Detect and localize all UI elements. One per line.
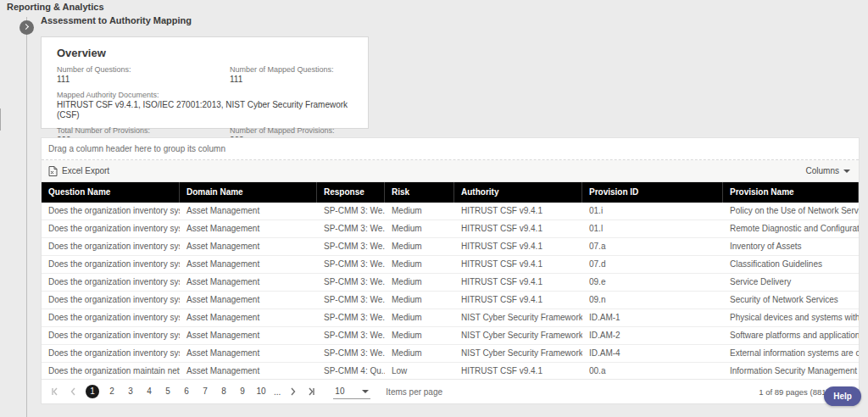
table-cell: Does the organization inventory system .…: [42, 292, 180, 309]
page-number-6[interactable]: 6: [181, 385, 192, 398]
table-cell: NIST Cyber Security Framework (CSF): [454, 327, 582, 344]
last-page-icon: [308, 387, 316, 396]
first-page-button[interactable]: [48, 386, 60, 398]
prev-page-icon: [70, 387, 76, 396]
left-edge-tick: [0, 108, 1, 131]
overview-field-label: Number of Questions:: [57, 65, 230, 75]
page-number-5[interactable]: 5: [162, 385, 174, 398]
table-cell: Asset Management: [180, 327, 317, 344]
columns-menu-button[interactable]: Columns: [806, 166, 850, 175]
table-cell: Does the organization inventory system .…: [42, 309, 180, 326]
table-cell: Does the organization inventory system .…: [42, 203, 180, 220]
table-row[interactable]: Does the organization inventory system .…: [42, 309, 859, 327]
table-cell: Asset Management: [180, 309, 317, 326]
column-header-domain-name[interactable]: Domain Name: [180, 182, 317, 203]
table-cell: Asset Management: [180, 256, 317, 273]
overview-card: Overview Number of Questions:111Number o…: [41, 36, 369, 129]
table-cell: Asset Management: [180, 345, 317, 362]
table-cell: Medium: [385, 274, 454, 291]
table-cell: HITRUST CSF v9.4.1: [454, 363, 582, 380]
table-cell: Does the organization maintain network .…: [42, 363, 180, 380]
prev-page-button[interactable]: [67, 386, 79, 398]
page-number-4[interactable]: 4: [143, 385, 155, 398]
column-header-provision-name[interactable]: Provision Name: [723, 182, 859, 203]
report-title: Assessment to Authority Mapping: [41, 15, 192, 25]
table-row[interactable]: Does the organization inventory system .…: [42, 203, 859, 220]
table-row[interactable]: Does the organization inventory system .…: [42, 292, 859, 309]
table-row[interactable]: Does the organization inventory system .…: [42, 256, 859, 274]
table-row[interactable]: Does the organization maintain network .…: [42, 363, 859, 381]
overview-field-value: 111: [230, 75, 353, 85]
table-cell: Information Security Management Progr...: [723, 363, 859, 380]
chevron-right-icon: [23, 24, 29, 30]
table-cell: HITRUST CSF v9.4.1: [454, 203, 582, 220]
table-cell: Physical devices and systems within the …: [723, 309, 859, 326]
excel-export-label: Excel Export: [62, 166, 109, 175]
table-cell: NIST Cyber Security Framework (CSF): [454, 345, 582, 362]
table-cell: SP-CMM 4: Qu...: [317, 363, 385, 380]
table-cell: SP-CMM 3: We...: [317, 220, 385, 237]
column-header-authority[interactable]: Authority: [454, 182, 582, 203]
table-cell: Does the organization inventory system .…: [42, 345, 180, 362]
table-cell: ID.AM-1: [582, 309, 723, 326]
table-cell: SP-CMM 3: We...: [317, 238, 385, 255]
overview-field-2: Mapped Authority Documents:HITRUST CSF v…: [57, 91, 353, 120]
page-number-2[interactable]: 2: [106, 385, 118, 398]
table-cell: Medium: [385, 238, 454, 255]
table-cell: Medium: [385, 220, 454, 237]
table-cell: Does the organization inventory system .…: [42, 220, 180, 237]
help-button[interactable]: Help: [824, 386, 861, 406]
page-number-3[interactable]: 3: [125, 385, 136, 398]
table-cell: HITRUST CSF v9.4.1: [454, 292, 582, 309]
table-cell: 07.d: [582, 256, 723, 273]
table-cell: SP-CMM 3: We...: [317, 203, 385, 220]
timeline-line: [26, 17, 27, 417]
page-number-7[interactable]: 7: [199, 385, 211, 398]
page-number-8[interactable]: 8: [218, 385, 230, 398]
table-row[interactable]: Does the organization inventory system .…: [42, 345, 859, 363]
table-row[interactable]: Does the organization inventory system .…: [42, 274, 859, 292]
page-number-10[interactable]: 10: [255, 385, 267, 398]
pager-controls: 12345678910 ... 10 Items per page: [48, 384, 442, 399]
table-cell: 01.l: [582, 220, 723, 237]
table-cell: Asset Management: [180, 363, 317, 380]
excel-export-button[interactable]: Excel Export: [48, 166, 109, 176]
table-row[interactable]: Does the organization inventory system .…: [42, 327, 859, 345]
overview-field-label: Total Number of Provisions:: [57, 126, 230, 136]
table-cell: Medium: [385, 345, 454, 362]
table-cell: HITRUST CSF v9.4.1: [454, 256, 582, 273]
overview-field-value: 111: [57, 75, 230, 85]
overview-field-value: HITRUST CSF v9.4.1, ISO/IEC 27001:2013, …: [57, 100, 353, 120]
page-number-9[interactable]: 9: [236, 385, 248, 398]
overview-title: Overview: [57, 47, 353, 59]
expand-step-button[interactable]: [19, 20, 34, 35]
table-cell: NIST Cyber Security Framework (CSF): [454, 309, 582, 326]
table-row[interactable]: Does the organization inventory system .…: [42, 238, 859, 256]
next-page-button[interactable]: [287, 386, 299, 398]
table-cell: Medium: [385, 203, 454, 220]
more-pages-button[interactable]: ...: [274, 387, 281, 397]
overview-fields: Number of Questions:111Number of Mapped …: [57, 65, 353, 146]
table-cell: SP-CMM 3: We...: [317, 309, 385, 326]
column-header-response[interactable]: Response: [317, 182, 385, 203]
group-drop-zone[interactable]: Drag a column header here to group its c…: [42, 138, 859, 160]
table-cell: Does the organization inventory system .…: [42, 238, 180, 255]
table-cell: ID.AM-2: [582, 327, 723, 344]
overview-field-1: Number of Mapped Questions:111: [230, 65, 353, 85]
table-cell: 09.e: [582, 274, 723, 291]
page-size-select[interactable]: 10: [333, 384, 370, 399]
table-row[interactable]: Does the organization inventory system .…: [42, 220, 859, 238]
column-header-question-name[interactable]: Question Name: [42, 182, 180, 203]
column-header-provision-id[interactable]: Provision ID: [582, 182, 723, 203]
last-page-button[interactable]: [306, 386, 318, 398]
table-cell: Does the organization inventory system .…: [42, 327, 180, 344]
table-cell: Medium: [385, 309, 454, 326]
page-size-value: 10: [335, 386, 344, 396]
page-numbers: 12345678910: [86, 385, 267, 398]
table-cell: Low: [385, 363, 454, 380]
column-header-risk[interactable]: Risk: [385, 182, 454, 203]
table-cell: 07.a: [582, 238, 723, 255]
chevron-down-icon: [362, 390, 369, 393]
table-cell: Asset Management: [180, 203, 317, 220]
page-number-1[interactable]: 1: [86, 385, 99, 398]
